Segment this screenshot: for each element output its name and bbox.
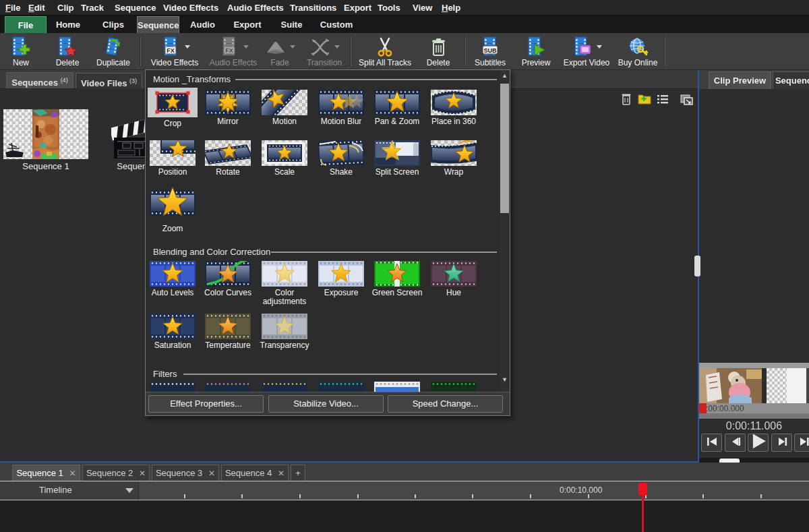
svg-text:SUB: SUB <box>483 47 497 53</box>
svg-text:FX: FX <box>167 47 175 54</box>
svg-text:FX: FX <box>225 47 233 54</box>
